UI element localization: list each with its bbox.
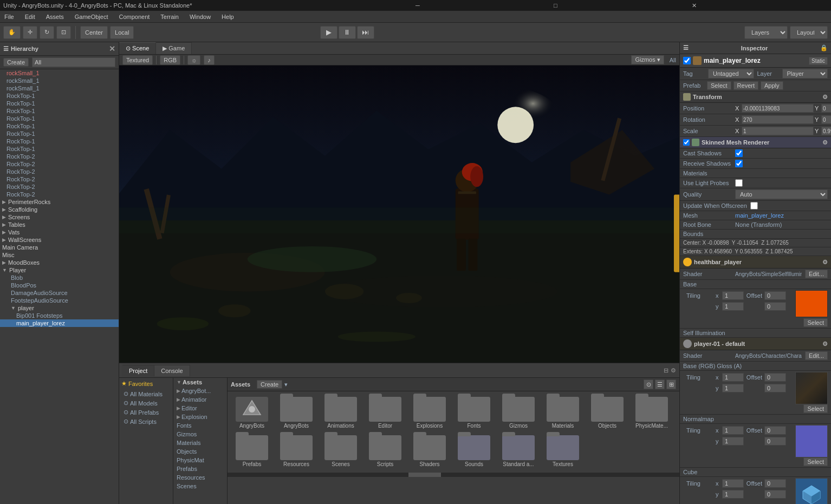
move-tool-btn[interactable]: ✛ bbox=[23, 26, 37, 39]
asset-folder-angrybots-logo[interactable]: AngryBots bbox=[231, 395, 273, 431]
minimize-btn[interactable]: ─ bbox=[415, 2, 551, 9]
hand-tool-btn[interactable]: ✋ bbox=[3, 26, 21, 39]
healthbar-header[interactable]: healthbar_player ⚙ bbox=[680, 256, 831, 269]
tab-scene[interactable]: ⊙ Scene bbox=[119, 42, 156, 54]
material-select-btn[interactable]: Select bbox=[803, 404, 828, 413]
scale-tool-btn[interactable]: ⊡ bbox=[56, 26, 71, 39]
tiling-offset-x-input[interactable] bbox=[764, 291, 786, 300]
asset-tree-materials[interactable]: Materials bbox=[173, 438, 227, 447]
textured-btn[interactable]: Textured bbox=[122, 55, 153, 65]
h-item-rocktop-2d[interactable]: RockTop-2 bbox=[0, 175, 119, 183]
asset-folder-scenes[interactable]: Scenes bbox=[320, 433, 362, 469]
cast-shadows-checkbox[interactable] bbox=[735, 149, 743, 157]
h-item-blob[interactable]: Blob bbox=[0, 274, 119, 282]
assets-icon-btn-1[interactable]: ⊙ bbox=[644, 379, 653, 389]
h-item-rocksmall-2[interactable]: rockSmall_1 bbox=[0, 77, 119, 84]
menu-file[interactable]: File bbox=[2, 12, 16, 21]
layout-dropdown[interactable]: Layout bbox=[790, 26, 828, 39]
transform-header[interactable]: Transform ⚙ bbox=[680, 91, 831, 103]
h-item-maincamera[interactable]: Main Camera bbox=[0, 244, 119, 251]
h-item-wallscreens[interactable]: ▶ WallScreens bbox=[0, 236, 119, 244]
h-item-rocktop-1h[interactable]: RockTop-1 bbox=[0, 145, 119, 153]
skinned-mesh-checkbox[interactable] bbox=[683, 139, 690, 146]
healthbar-settings[interactable]: ⚙ bbox=[822, 259, 828, 266]
cube-offset-x[interactable] bbox=[764, 479, 786, 488]
nm-offset-y[interactable] bbox=[764, 437, 786, 446]
h-item-damageaudio[interactable]: DamageAudioSource bbox=[0, 289, 119, 297]
transform-settings-icon[interactable]: ⚙ bbox=[822, 94, 828, 101]
static-dropdown[interactable]: Static bbox=[809, 57, 828, 65]
asset-tree-assets[interactable]: ▼ Assets bbox=[173, 378, 227, 387]
tiling-x-input[interactable] bbox=[722, 291, 744, 300]
tab-project[interactable]: Project bbox=[122, 365, 154, 376]
h-item-rocktop-2e[interactable]: RockTop-2 bbox=[0, 183, 119, 191]
h-item-rocktop-1c[interactable]: RockTop-1 bbox=[0, 107, 119, 115]
h-item-moodboxes[interactable]: ▶ MoodBoxes bbox=[0, 259, 119, 266]
h-item-tables[interactable]: ▶ Tables bbox=[0, 221, 119, 228]
assets-create-btn[interactable]: Create bbox=[257, 380, 282, 389]
panel-settings-icon[interactable]: ⚙ bbox=[671, 367, 676, 374]
h-item-mainplayerlorez[interactable]: main_player_lorez bbox=[0, 319, 119, 327]
h-item-rocktop-2c[interactable]: RockTop-2 bbox=[0, 168, 119, 175]
healthbar-edit-btn[interactable]: Edit... bbox=[805, 270, 828, 278]
player01-settings[interactable]: ⚙ bbox=[822, 341, 828, 348]
asset-folder-textures[interactable]: Textures bbox=[542, 433, 584, 469]
layers-dropdown[interactable]: Layers bbox=[744, 26, 788, 39]
rot-y-input[interactable] bbox=[821, 115, 831, 124]
cube-preview[interactable] bbox=[795, 478, 828, 504]
normalmap-preview[interactable] bbox=[795, 425, 828, 457]
p01-tiling-x[interactable] bbox=[722, 373, 744, 382]
local-btn[interactable]: Local bbox=[110, 26, 134, 39]
color-swatch-orange[interactable] bbox=[795, 290, 828, 317]
scale-x-input[interactable] bbox=[742, 127, 814, 135]
asset-folder-explosions[interactable]: Explosions bbox=[408, 395, 451, 431]
pause-btn[interactable]: ⏸ bbox=[339, 26, 356, 39]
rotate-tool-btn[interactable]: ↻ bbox=[40, 26, 54, 39]
tiling-y-input[interactable] bbox=[722, 302, 744, 311]
assets-icon-btn-3[interactable]: ⊞ bbox=[666, 379, 676, 389]
h-item-bip001[interactable]: Bip001 Footsteps bbox=[0, 312, 119, 319]
asset-folder-resources[interactable]: Resources bbox=[275, 433, 317, 469]
gizmos-btn[interactable]: Gizmos ▾ bbox=[631, 55, 664, 64]
asset-folder-editor[interactable]: Editor bbox=[364, 395, 406, 431]
material-preview-thumbnail[interactable] bbox=[795, 372, 828, 404]
asset-tree-prefabs[interactable]: Prefabs bbox=[173, 464, 227, 473]
normalmap-select-btn[interactable]: Select bbox=[803, 457, 828, 466]
menu-help[interactable]: Help bbox=[219, 12, 236, 21]
pos-y-input[interactable] bbox=[821, 104, 831, 113]
asset-folder-standard[interactable]: Standard a... bbox=[497, 433, 540, 469]
asset-tree-physicmat[interactable]: PhysicMat bbox=[173, 456, 227, 464]
menu-window[interactable]: Window bbox=[187, 12, 213, 21]
prefab-revert-btn[interactable]: Revert bbox=[733, 81, 758, 90]
h-item-rocktop-2a[interactable]: RockTop-2 bbox=[0, 153, 119, 160]
update-offscreen-checkbox[interactable] bbox=[750, 202, 758, 210]
player01-header[interactable]: player-01 - default ⚙ bbox=[680, 338, 831, 350]
h-item-bloodpos[interactable]: BloodPos bbox=[0, 282, 119, 289]
tag-dropdown[interactable]: Untagged bbox=[708, 69, 754, 78]
h-item-rocktop-1b[interactable]: RockTop-1 bbox=[0, 100, 119, 107]
h-item-player-sub[interactable]: ▼ player bbox=[0, 304, 119, 312]
h-item-rocksmalll-1[interactable]: rockSmall_1 bbox=[0, 69, 119, 77]
skinned-mesh-settings[interactable]: ⚙ bbox=[822, 139, 828, 146]
asset-tree-angrybots[interactable]: ▶ AngryBot... bbox=[173, 387, 227, 395]
h-item-screens[interactable]: ▶ Screens bbox=[0, 213, 119, 221]
scene-audio-btn[interactable]: ♪ bbox=[204, 55, 215, 65]
asset-folder-physicmate[interactable]: PhysicMate... bbox=[631, 395, 673, 431]
panel-collapse-icon[interactable]: ⊟ bbox=[664, 367, 668, 374]
menu-edit[interactable]: Edit bbox=[23, 12, 37, 21]
quality-dropdown[interactable]: Auto bbox=[735, 189, 828, 199]
fav-all-models[interactable]: ⊙ All Models bbox=[121, 398, 171, 408]
play-btn[interactable]: ▶ bbox=[320, 26, 337, 39]
asset-folder-angrybots[interactable]: AngryBots bbox=[275, 395, 317, 431]
asset-folder-shaders[interactable]: Shaders bbox=[408, 433, 451, 469]
assets-icon-btn-2[interactable]: ☰ bbox=[655, 379, 665, 389]
asset-tree-scenes[interactable]: Scenes bbox=[173, 482, 227, 490]
rot-x-input[interactable] bbox=[742, 115, 814, 124]
h-item-scaffolding[interactable]: ▶ Scaffolding bbox=[0, 206, 119, 213]
asset-tree-animatior[interactable]: ▶ Animatior bbox=[173, 395, 227, 404]
fav-all-scripts[interactable]: ⊙ All Scripts bbox=[121, 417, 171, 426]
asset-tree-editor[interactable]: ▶ Editor bbox=[173, 404, 227, 413]
fav-all-materials[interactable]: ⊙ All Materials bbox=[121, 389, 171, 398]
asset-folder-scripts[interactable]: Scripts bbox=[364, 433, 406, 469]
color-select-btn[interactable]: Select bbox=[803, 318, 828, 327]
